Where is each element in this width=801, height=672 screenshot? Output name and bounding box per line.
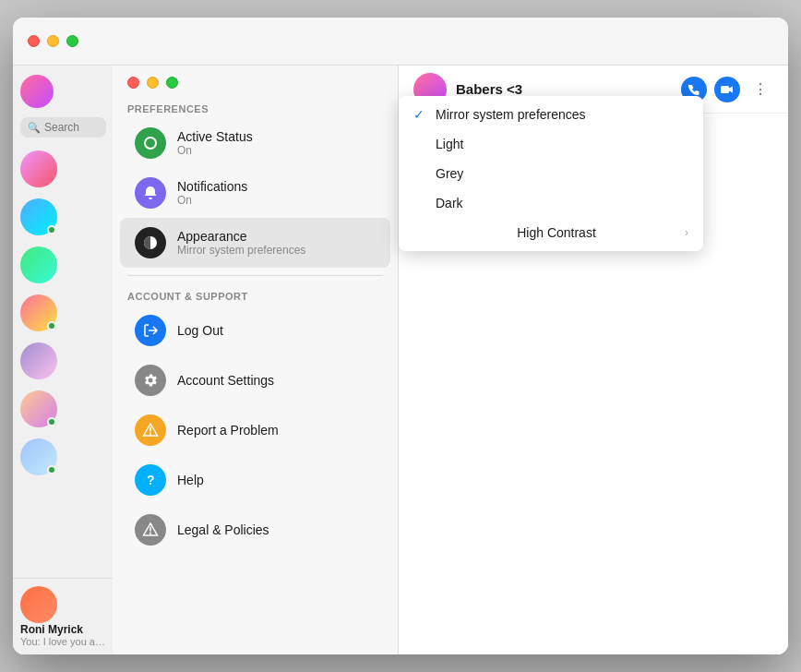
online-indicator	[47, 465, 56, 474]
list-item[interactable]	[13, 337, 114, 385]
contact-avatar	[20, 342, 57, 379]
maximize-button[interactable]	[166, 77, 178, 89]
pref-title: Help	[177, 473, 204, 487]
prefs-traffic-lights	[113, 66, 398, 96]
contact-avatar	[20, 246, 57, 283]
sidebar-item-appearance[interactable]: Appearance Mirror system preferences	[120, 218, 390, 268]
divider	[127, 275, 383, 276]
pref-title: Appearance	[177, 229, 305, 244]
pref-text: Notifications On	[177, 179, 247, 207]
online-indicator	[47, 225, 56, 234]
minimize-button[interactable]	[147, 77, 159, 89]
search-input[interactable]	[44, 121, 99, 134]
pref-text: Help	[177, 473, 204, 487]
maximize-button[interactable]	[66, 35, 78, 47]
svg-point-1	[146, 138, 155, 148]
contact-name: Roni Myrick	[20, 623, 106, 636]
titlebar	[13, 18, 788, 66]
preferences-panel: PREFERENCES Active Status On	[113, 66, 399, 654]
contact-list	[13, 145, 114, 578]
online-indicator	[47, 321, 56, 330]
traffic-lights	[28, 35, 78, 47]
dropdown-item-light[interactable]: Light	[399, 129, 703, 159]
close-button[interactable]	[28, 35, 40, 47]
account-settings-icon	[135, 365, 166, 396]
video-call-button[interactable]	[714, 77, 740, 102]
contact-avatar	[20, 150, 57, 187]
contact-info: Roni Myrick You: I love you and mis...	[20, 623, 106, 647]
help-icon: ?	[135, 464, 166, 496]
pref-text: Log Out	[177, 323, 223, 338]
dropdown-item-label: Mirror system preferences	[436, 107, 586, 122]
pref-text: Appearance Mirror system preferences	[177, 229, 305, 257]
list-item[interactable]	[13, 241, 114, 289]
pref-title: Legal & Policies	[177, 522, 269, 537]
pref-subtitle: On	[177, 194, 247, 207]
pref-text: Report a Problem	[177, 423, 279, 438]
search-icon: 🔍	[28, 122, 41, 134]
sidebar-item-notifications[interactable]: Notifications On	[120, 168, 390, 218]
sidebar-item-account-settings[interactable]: Account Settings	[120, 355, 390, 405]
contact-avatar	[20, 294, 57, 331]
sidebar-item-legal[interactable]: Legal & Policies	[120, 505, 390, 555]
contact-avatar	[20, 390, 57, 427]
contact-avatar	[20, 198, 57, 235]
sidebar: 🔍	[13, 66, 114, 654]
appearance-icon	[135, 227, 166, 258]
notifications-icon	[135, 177, 166, 209]
dropdown-item-high-contrast[interactable]: High Contrast ›	[399, 218, 703, 247]
list-item[interactable]	[13, 145, 114, 193]
pref-subtitle: Mirror system preferences	[177, 244, 305, 257]
app-window: 🔍	[13, 18, 788, 654]
pref-title: Log Out	[177, 323, 223, 338]
pref-subtitle: On	[177, 144, 253, 157]
dropdown-item-grey[interactable]: Grey	[399, 159, 703, 188]
avatar-image	[20, 246, 57, 283]
sidebar-item-logout[interactable]: Log Out	[120, 306, 390, 355]
appearance-dropdown: Mirror system preferences Light Grey Dar…	[399, 96, 703, 251]
list-item[interactable]	[13, 433, 114, 481]
search-bar[interactable]: 🔍	[20, 117, 106, 138]
pref-title: Active Status	[177, 129, 253, 144]
list-item[interactable]	[13, 193, 114, 241]
avatar-image	[20, 150, 57, 187]
dropdown-item-mirror[interactable]: Mirror system preferences	[399, 100, 703, 129]
account-section-label: ACCOUNT & SUPPORT	[113, 283, 398, 306]
online-indicator	[47, 417, 56, 426]
dropdown-item-label: Light	[436, 137, 463, 151]
pref-title: Report a Problem	[177, 423, 279, 438]
chat-contact-name: Babers <3	[456, 81, 672, 97]
active-status-icon	[135, 127, 166, 159]
legal-icon	[135, 514, 166, 546]
pref-text: Active Status On	[177, 129, 253, 157]
avatar-image	[20, 586, 57, 623]
minimize-button[interactable]	[47, 35, 59, 47]
list-item[interactable]	[13, 385, 114, 433]
chevron-right-icon: ›	[685, 226, 688, 239]
dropdown-item-label: Dark	[436, 196, 463, 210]
sidebar-item-help[interactable]: ? Help	[120, 455, 390, 505]
logout-icon	[135, 315, 166, 346]
preferences-section-label: PREFERENCES	[113, 96, 398, 118]
dropdown-item-label: Grey	[436, 166, 463, 181]
sidebar-item-report-problem[interactable]: Report a Problem	[120, 405, 390, 455]
sidebar-header	[13, 66, 114, 117]
dropdown-item-dark[interactable]: Dark	[399, 188, 703, 218]
pref-text: Legal & Policies	[177, 522, 269, 537]
contact-avatar	[20, 586, 57, 623]
pref-text: Account Settings	[177, 373, 274, 388]
avatar-image	[20, 342, 57, 379]
svg-rect-4	[721, 86, 729, 93]
close-button[interactable]	[127, 77, 139, 89]
pref-title: Account Settings	[177, 373, 274, 388]
report-icon	[135, 414, 166, 446]
avatar	[20, 75, 54, 108]
sidebar-item-active-status[interactable]: Active Status On	[120, 118, 390, 168]
pref-title: Notifications	[177, 179, 247, 194]
contact-avatar	[20, 438, 57, 475]
list-item[interactable]	[13, 289, 114, 337]
bottom-contact[interactable]: Roni Myrick You: I love you and mis...	[13, 578, 114, 654]
more-options-button[interactable]: ⋮	[747, 77, 773, 102]
contact-last-message: You: I love you and mis...	[20, 636, 106, 647]
svg-text:?: ?	[147, 473, 155, 487]
